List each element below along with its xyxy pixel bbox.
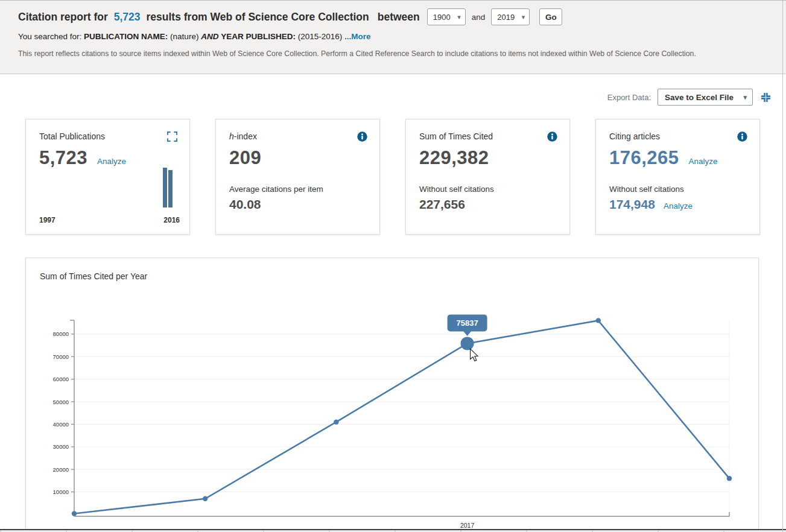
search-value-2: (2015-2016) xyxy=(298,32,343,41)
expand-icon xyxy=(167,131,177,142)
export-data-label: Export Data: xyxy=(607,93,651,102)
title-middle: results from Web of Science Core Collect… xyxy=(147,11,369,24)
collapse-arrows-icon xyxy=(760,92,772,103)
info-button[interactable] xyxy=(737,131,747,142)
sum-times-cited-card: Sum of Times Cited 229,382 Without self … xyxy=(405,119,570,235)
y-tick-label: 40000 xyxy=(53,421,69,428)
title-between: between xyxy=(378,11,420,24)
year-to-select[interactable]: 2019 ▾ xyxy=(491,8,530,25)
data-point xyxy=(596,318,601,323)
chevron-down-icon: ▾ xyxy=(522,14,525,21)
export-toolbar: Export Data: Save to Excel File ▾ xyxy=(0,89,772,106)
chevron-down-icon: ▾ xyxy=(457,14,461,21)
data-point xyxy=(334,419,338,424)
avg-citations-label: Average citations per item xyxy=(229,185,367,194)
publications-mini-bar-chart xyxy=(163,168,173,207)
without-self-citations-value[interactable]: 174,948 xyxy=(609,197,655,212)
go-button[interactable]: Go xyxy=(539,8,562,25)
search-summary: You searched for: PUBLICATION NAME: (nat… xyxy=(18,32,768,41)
mini-bar xyxy=(168,170,173,207)
citations-per-year-panel: Sum of Times Cited per Year 100002000030… xyxy=(25,258,759,530)
info-icon xyxy=(357,131,367,142)
info-icon xyxy=(737,131,747,142)
card-label: Citing articles xyxy=(609,131,660,141)
tooltip-pointer xyxy=(463,331,472,336)
without-self-citations-label: Without self citations xyxy=(609,185,747,194)
mini-chart-start-year: 1997 xyxy=(39,216,55,224)
y-tick-label: 50000 xyxy=(53,399,69,405)
total-publications-value: 5,723 xyxy=(39,147,87,169)
citation-report-page: Citation report for5,723results from Web… xyxy=(0,0,786,532)
card-label: Sum of Times Cited xyxy=(419,131,493,141)
expand-card-button[interactable] xyxy=(167,131,177,142)
mini-bar xyxy=(163,168,167,207)
analyze-link[interactable]: Analyze xyxy=(664,201,693,211)
more-link[interactable]: ...More xyxy=(344,32,371,41)
data-point xyxy=(203,496,208,501)
h-index-card: h-index 209 Average citations per item 4… xyxy=(215,119,380,235)
citing-articles-value[interactable]: 176,265 xyxy=(609,147,679,169)
chevron-down-icon: ▾ xyxy=(743,94,747,101)
page-title: Citation report for5,723results from Web… xyxy=(18,8,768,25)
search-value-1: (nature) xyxy=(170,32,198,41)
metric-cards-row: Total Publications 5,723 Analyze 1997 20… xyxy=(25,119,761,235)
y-tick-label: 30000 xyxy=(53,443,69,450)
and-label: and xyxy=(472,13,486,22)
search-field-2: YEAR PUBLISHED: xyxy=(221,32,296,41)
report-disclaimer: This report reflects citations to source… xyxy=(18,49,768,58)
analyze-link[interactable]: Analyze xyxy=(689,157,718,166)
mini-chart-end-year: 2016 xyxy=(163,216,180,224)
export-format-value: Save to Excel File xyxy=(665,93,734,102)
y-tick-label: 20000 xyxy=(53,466,69,473)
info-button[interactable] xyxy=(357,131,367,142)
search-field-1: PUBLICATION NAME: xyxy=(84,32,168,41)
search-prefix: You searched for: xyxy=(18,32,81,41)
info-button[interactable] xyxy=(547,131,557,142)
data-point xyxy=(72,511,77,516)
data-point-highlighted xyxy=(461,337,474,350)
card-label: h-index xyxy=(229,131,257,141)
export-format-select[interactable]: Save to Excel File ▾ xyxy=(658,89,753,106)
card-label: Total Publications xyxy=(39,131,105,141)
y-tick-label: 60000 xyxy=(53,376,69,382)
citations-per-year-chart[interactable]: 1000020000300004000050000600007000080000… xyxy=(26,258,759,531)
year-to-value: 2019 xyxy=(497,13,515,22)
result-count-link[interactable]: 5,723 xyxy=(114,11,141,24)
x-tick-label: 2017 xyxy=(460,522,475,529)
without-self-citations-value: 227,656 xyxy=(419,197,465,212)
year-from-value: 1900 xyxy=(433,13,451,22)
h-index-value: 209 xyxy=(229,147,261,169)
info-icon xyxy=(547,131,557,142)
page-frame-border xyxy=(782,1,783,532)
avg-citations-value: 40.08 xyxy=(229,197,261,212)
next-section-edge xyxy=(0,529,786,532)
report-header: Citation report for5,723results from Web… xyxy=(0,1,786,74)
series-line xyxy=(74,320,729,513)
analyze-link[interactable]: Analyze xyxy=(97,157,126,166)
citing-articles-card: Citing articles 176,265 Analyze Without … xyxy=(595,119,760,235)
collapse-panel-button[interactable] xyxy=(759,91,772,103)
year-from-select[interactable]: 1900 ▾ xyxy=(427,8,466,25)
title-prefix: Citation report for xyxy=(18,11,108,24)
y-tick-label: 80000 xyxy=(53,331,69,337)
mouse-cursor xyxy=(471,349,478,361)
tooltip-value: 75837 xyxy=(457,318,478,328)
y-tick-label: 10000 xyxy=(53,489,69,495)
y-tick-label: 70000 xyxy=(53,353,69,360)
sum-times-cited-value: 229,382 xyxy=(419,147,489,169)
data-point xyxy=(727,476,732,481)
without-self-citations-label: Without self citations xyxy=(419,185,557,194)
total-publications-card: Total Publications 5,723 Analyze 1997 20… xyxy=(25,119,190,235)
search-operator: AND xyxy=(201,32,218,41)
